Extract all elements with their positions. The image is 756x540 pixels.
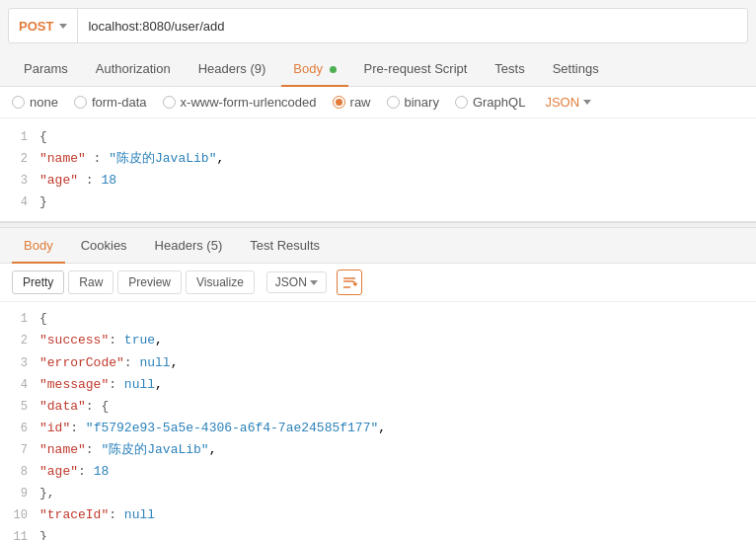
radio-graphql[interactable]: GraphQL xyxy=(455,95,525,110)
response-code-line: 1{ xyxy=(0,308,756,330)
request-body-editor[interactable]: 1{2 "name" : "陈皮的JavaLib",3 "age" : 184} xyxy=(0,118,756,222)
tab-response-headers[interactable]: Headers (5) xyxy=(143,228,235,263)
line-content: } xyxy=(39,192,756,213)
method-label: POST xyxy=(19,19,53,34)
response-code-line: 6 "id": "f5792e93-5a5e-4306-a6f4-7ae2458… xyxy=(0,418,756,439)
line-number: 6 xyxy=(0,419,39,438)
json-format-group[interactable]: JSON xyxy=(545,95,591,110)
request-code-line: 2 "name" : "陈皮的JavaLib", xyxy=(0,148,756,170)
response-code-line: 11} xyxy=(0,526,756,540)
line-number: 2 xyxy=(0,331,39,350)
url-bar: POST xyxy=(8,8,748,43)
line-number: 4 xyxy=(0,193,39,212)
tab-response-cookies[interactable]: Cookies xyxy=(69,228,139,263)
tab-tests[interactable]: Tests xyxy=(483,51,536,86)
line-content: "traceId": null xyxy=(39,504,756,526)
view-options-row: Pretty Raw Preview Visualize JSON xyxy=(0,264,756,302)
radio-circle-form-data xyxy=(74,96,87,109)
tab-response-body[interactable]: Body xyxy=(12,228,65,263)
request-code-line: 4} xyxy=(0,192,756,213)
view-pretty-btn[interactable]: Pretty xyxy=(12,270,64,294)
tab-settings[interactable]: Settings xyxy=(541,51,611,86)
radio-circle-urlencoded xyxy=(163,96,176,109)
line-content: "age": 18 xyxy=(39,461,756,483)
line-number: 5 xyxy=(0,397,39,417)
response-code-line: 5 "data": { xyxy=(0,396,756,418)
response-code-line: 7 "name": "陈皮的JavaLib", xyxy=(0,439,756,461)
radio-circle-none xyxy=(12,96,25,109)
view-preview-btn[interactable]: Preview xyxy=(117,270,182,294)
response-code-line: 8 "age": 18 xyxy=(0,461,756,483)
line-number: 4 xyxy=(0,375,39,395)
line-number: 8 xyxy=(0,462,39,482)
radio-binary[interactable]: binary xyxy=(387,95,439,110)
line-number: 3 xyxy=(0,353,39,373)
response-json-chevron xyxy=(310,280,318,285)
line-content: } xyxy=(39,526,756,540)
line-number: 7 xyxy=(0,440,39,460)
line-number: 1 xyxy=(0,127,39,147)
view-raw-btn[interactable]: Raw xyxy=(68,270,113,294)
tab-test-results[interactable]: Test Results xyxy=(238,228,332,263)
line-number: 2 xyxy=(0,149,39,169)
radio-urlencoded[interactable]: x-www-form-urlencoded xyxy=(163,95,317,110)
response-tabs-row: Body Cookies Headers (5) Test Results xyxy=(0,228,756,264)
line-content: "name" : "陈皮的JavaLib", xyxy=(39,148,756,170)
line-content: "id": "f5792e93-5a5e-4306-a6f4-7ae24585f… xyxy=(39,418,756,439)
line-content: "errorCode": null, xyxy=(39,352,756,374)
tab-authorization[interactable]: Authorization xyxy=(84,51,183,86)
response-code-line: 4 "message": null, xyxy=(0,374,756,396)
tab-body[interactable]: Body xyxy=(281,51,347,86)
line-number: 1 xyxy=(0,309,39,329)
tab-headers[interactable]: Headers (9) xyxy=(187,51,278,86)
line-number: 3 xyxy=(0,171,39,191)
request-code-line: 1{ xyxy=(0,126,756,148)
line-number: 10 xyxy=(0,505,39,525)
body-active-dot xyxy=(330,66,337,73)
line-content: "name": "陈皮的JavaLib", xyxy=(39,439,756,461)
json-format-chevron xyxy=(583,100,591,105)
request-tabs-row: Params Authorization Headers (9) Body Pr… xyxy=(0,51,756,87)
radio-raw[interactable]: raw xyxy=(333,95,371,110)
line-content: { xyxy=(39,308,756,330)
line-content: "success": true, xyxy=(39,330,756,351)
request-code-line: 3 "age" : 18 xyxy=(0,170,756,192)
line-content: }, xyxy=(39,483,756,504)
line-content: "message": null, xyxy=(39,374,756,396)
response-code-line: 9 }, xyxy=(0,483,756,504)
response-json-label: JSON xyxy=(275,275,307,289)
line-number: 11 xyxy=(0,527,39,540)
method-dropdown-icon xyxy=(59,24,67,29)
response-json-format-group[interactable]: JSON xyxy=(266,271,327,293)
response-code-line: 3 "errorCode": null, xyxy=(0,352,756,374)
radio-circle-raw xyxy=(333,96,345,109)
radio-form-data[interactable]: form-data xyxy=(74,95,147,110)
line-content: "data": { xyxy=(39,396,756,418)
radio-circle-binary xyxy=(387,96,400,109)
line-number: 9 xyxy=(0,484,39,503)
wrap-lines-icon[interactable] xyxy=(337,270,362,295)
radio-circle-graphql xyxy=(455,96,468,109)
response-code-line: 2 "success": true, xyxy=(0,330,756,351)
line-content: "age" : 18 xyxy=(39,170,756,192)
radio-none[interactable]: none xyxy=(12,95,58,110)
json-format-label: JSON xyxy=(545,95,579,110)
tab-params[interactable]: Params xyxy=(12,51,80,86)
tab-pre-request-script[interactable]: Pre-request Script xyxy=(352,51,480,86)
response-body-editor: 1{2 "success": true,3 "errorCode": null,… xyxy=(0,302,756,540)
response-code-line: 10 "traceId": null xyxy=(0,504,756,526)
view-visualize-btn[interactable]: Visualize xyxy=(186,270,255,294)
line-content: { xyxy=(39,126,756,148)
method-select[interactable]: POST xyxy=(9,9,78,42)
url-input[interactable] xyxy=(78,19,747,34)
body-type-row: none form-data x-www-form-urlencoded raw… xyxy=(0,87,756,118)
